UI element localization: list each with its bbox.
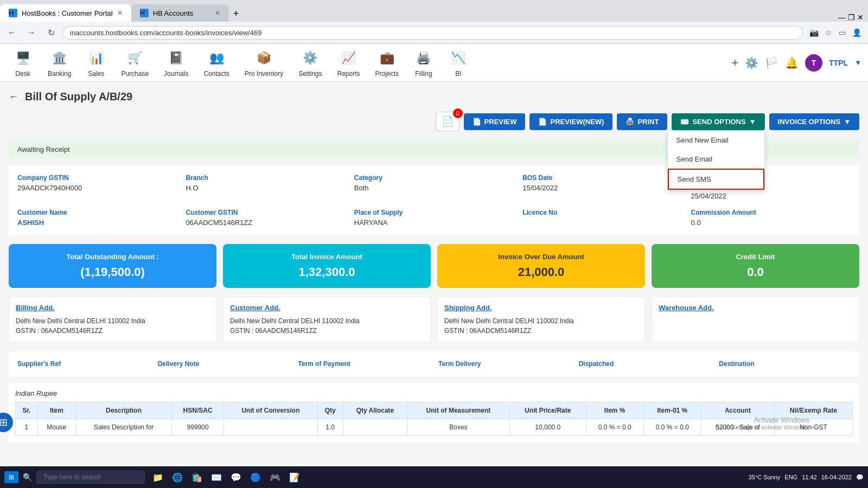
customer-address-title[interactable]: Customer Add. <box>230 304 424 312</box>
taskbar-icon-games[interactable]: 🎮 <box>266 468 284 486</box>
col-qty-allocate: Qty Allocate <box>343 402 407 419</box>
nav-journals[interactable]: 📓 Journals <box>157 44 195 82</box>
bos-date-label: BOS Date <box>522 174 682 182</box>
table-row: 1 Mouse Sales Description for 999900 1.0… <box>16 419 853 436</box>
nav-purchase[interactable]: 🛒 Purchase <box>114 44 155 82</box>
start-button[interactable]: ⊞ <box>4 471 18 483</box>
nav-projects[interactable]: 💼 Projects <box>369 44 405 82</box>
warehouse-address-title[interactable]: Warehouse Add. <box>659 304 852 312</box>
sidebar-btn[interactable]: ▭ <box>837 26 848 39</box>
nav-filling-label: Filling <box>415 70 432 78</box>
bookmark-btn[interactable]: ☆ <box>823 26 834 39</box>
add-btn[interactable]: + <box>731 56 738 70</box>
preview-btn[interactable]: 📄 PREVIEW <box>464 113 526 130</box>
nav-desk[interactable]: 🖥️ Desk <box>7 44 39 82</box>
back-button[interactable]: ← <box>9 91 18 102</box>
preview-new-btn[interactable]: 📄 PREVIEW(NEW) <box>529 113 612 130</box>
cell-item: Mouse <box>37 419 75 436</box>
tab-close-btn-2[interactable]: ✕ <box>215 9 220 17</box>
new-tab-button[interactable]: + <box>229 6 244 22</box>
term-of-payment-field: Term of Payment <box>298 360 430 368</box>
invoice-options-btn[interactable]: INVOICE OPTIONS ▼ <box>769 113 859 130</box>
nav-contacts[interactable]: 👥 Contacts <box>197 44 235 82</box>
nav-pro-inventory[interactable]: 📦 Pro Inventory <box>238 44 290 82</box>
dispatched-label: Dispatched <box>579 360 711 368</box>
billing-address-title[interactable]: Billing Add. <box>16 304 209 312</box>
nav-sales-label: Sales <box>88 70 104 78</box>
col-hsn: HSN/SAC <box>172 402 224 419</box>
close-btn[interactable]: ✕ <box>857 13 864 22</box>
taskbar-notification-icon[interactable]: 💬 <box>856 474 864 481</box>
nav-bi[interactable]: 📉 BI <box>442 44 475 82</box>
nav-projects-label: Projects <box>375 70 399 78</box>
taskbar-icon-word[interactable]: 📝 <box>286 468 303 486</box>
invoice-options-chevron: ▼ <box>844 118 851 126</box>
cell-hsn: 999900 <box>172 419 224 436</box>
flag-btn[interactable]: 🏳️ <box>765 56 778 69</box>
notification-btn[interactable]: 🔔 <box>785 56 799 69</box>
taskbar-keyboard: ENG <box>784 474 797 480</box>
back-nav-btn[interactable]: ← <box>4 25 20 40</box>
page-title: Bill Of Supply A/B/29 <box>25 91 132 103</box>
taskbar-icon-store[interactable]: 🛍️ <box>188 468 206 486</box>
total-outstanding-card: Total Outstanding Amount : (1,19,500.0) <box>9 244 216 288</box>
cell-account: 52000 - Sale of <box>701 419 774 436</box>
place-of-supply-field: Place of Supply HARYANA <box>354 209 514 227</box>
send-sms-item[interactable]: Send SMS <box>668 169 764 190</box>
user-avatar[interactable]: T <box>805 54 822 72</box>
settings-gear-btn[interactable]: ⚙️ <box>745 56 758 69</box>
send-options-btn[interactable]: ✉️ SEND OPTIONS ▼ <box>672 113 764 130</box>
search-taskbar-btn[interactable]: 🔍 <box>23 473 32 481</box>
address-section: Billing Add. Delhi New Delhi Central DEL… <box>9 297 859 343</box>
browser-tab-inactive[interactable]: H HB Accounts ✕ <box>131 4 229 22</box>
billing-address-card: Billing Add. Delhi New Delhi Central DEL… <box>9 297 216 343</box>
nav-settings[interactable]: ⚙️ Settings <box>292 44 328 82</box>
taskbar-icon-chrome[interactable]: 🔵 <box>247 468 264 486</box>
address-bar[interactable]: inaccounts.hostbooks.com/accounts-books/… <box>63 26 803 40</box>
company-name[interactable]: TTPL <box>829 59 848 67</box>
company-gstin-label: Company GSTIN <box>17 174 177 182</box>
send-email-item[interactable]: Send Email <box>668 150 764 169</box>
bos-date-value: 15/04/2022 <box>522 184 682 192</box>
minimize-btn[interactable]: — <box>838 13 846 22</box>
taskbar-icon-mail[interactable]: ✉️ <box>208 468 225 486</box>
nav-sales[interactable]: 📊 Sales <box>80 44 112 82</box>
nav-reports-label: Reports <box>337 70 360 78</box>
profile-btn[interactable]: 👤 <box>850 26 864 39</box>
nav-filling[interactable]: 🖨️ Filling <box>407 44 440 82</box>
branch-field: Branch H.O <box>186 174 345 200</box>
billing-address-gstin: GSTIN : 06AADCM5146R1ZZ <box>16 326 209 336</box>
tab-close-btn[interactable]: ✕ <box>117 9 123 17</box>
main-content: ← Bill Of Supply A/B/29 📄 0 📄 PREVIEW 📄 … <box>0 82 868 488</box>
taskbar-time: 11:42 <box>802 474 817 480</box>
col-sr: Sr. <box>16 402 38 419</box>
col-qty: Qty <box>317 402 343 419</box>
taskbar-icon-explorer[interactable]: 📁 <box>149 468 167 486</box>
send-new-email-item[interactable]: Send New Email <box>668 131 764 150</box>
taskbar: ⊞ 🔍 📁 🌐 🛍️ ✉️ 💬 🔵 🎮 📝 35°C Sunny ENG 11:… <box>0 466 868 488</box>
nav-reports[interactable]: 📈 Reports <box>331 44 367 82</box>
print-btn[interactable]: 🖨️ PRINT <box>617 113 667 130</box>
forward-nav-btn[interactable]: → <box>24 25 39 40</box>
nav-banking[interactable]: 🏛️ Banking <box>41 44 78 82</box>
cell-sr: 1 <box>16 419 38 436</box>
destination-field: Destination <box>719 360 851 368</box>
nav-bi-label: BI <box>455 70 461 78</box>
warehouse-address-card: Warehouse Add. <box>652 297 859 343</box>
customer-gstin-field: Customer GSTIN 06AADCM5146R1ZZ <box>186 209 345 227</box>
browser-tab-active[interactable]: H HostBooks : Customer Portal ✕ <box>0 4 131 22</box>
screenshot-btn[interactable]: 📷 <box>807 26 821 39</box>
col-description: Description <box>75 402 171 419</box>
company-gstin-field: Company GSTIN 29AADCK7940H000 <box>17 174 177 200</box>
col-item01-pct: Item-01 % <box>643 402 701 419</box>
settings-icon: ⚙️ <box>301 48 320 68</box>
reload-btn[interactable]: ↻ <box>43 25 59 40</box>
shipping-address-title[interactable]: Shipping Add. <box>444 304 638 312</box>
taskbar-search-input[interactable] <box>36 471 145 484</box>
restore-btn[interactable]: ❐ <box>848 13 855 22</box>
grid-icon[interactable]: ⊞ <box>0 413 13 432</box>
taskbar-icon-teams[interactable]: 💬 <box>227 468 245 486</box>
invoice-overdue-value: 21,000.0 <box>446 265 636 279</box>
taskbar-icon-edge[interactable]: 🌐 <box>169 468 186 486</box>
company-dropdown-icon[interactable]: ▼ <box>854 59 861 67</box>
